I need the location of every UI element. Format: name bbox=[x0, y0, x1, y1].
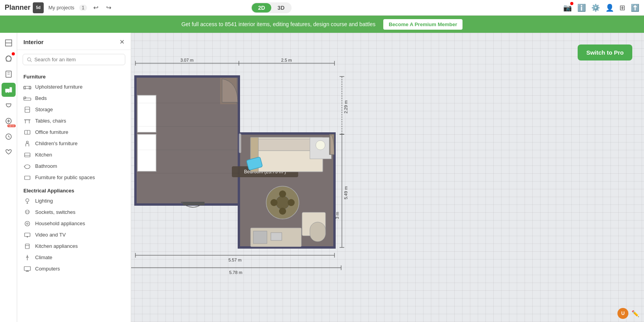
logo-icon: 5d bbox=[33, 2, 44, 13]
sidebar-icons: NEW bbox=[0, 33, 17, 322]
svg-point-103 bbox=[279, 190, 286, 197]
3d-view-button[interactable]: 3D bbox=[271, 3, 291, 12]
banner-text: Get full access to 8541 interior items, … bbox=[181, 21, 375, 27]
panel-header: Interior ✕ bbox=[17, 33, 131, 50]
category-lighting[interactable]: Lighting bbox=[17, 195, 131, 206]
svg-point-98 bbox=[316, 141, 325, 150]
become-premium-button[interactable]: Become A Premium Member bbox=[383, 19, 463, 30]
svg-text:3.07 m: 3.07 m bbox=[180, 58, 194, 62]
bathroom-icon bbox=[23, 164, 31, 169]
sidebar-item-new[interactable]: NEW bbox=[2, 114, 16, 128]
climate-icon bbox=[23, 255, 31, 260]
electrical-header: Electrical Appliances bbox=[17, 183, 131, 195]
svg-point-2 bbox=[6, 56, 11, 61]
panel-list: Furniture Upholstered furniture Beds Sto… bbox=[17, 69, 131, 322]
category-label: Sockets, switches bbox=[35, 209, 75, 215]
kitchen-icon bbox=[23, 152, 31, 158]
logo-name: Planner bbox=[5, 4, 30, 12]
my-projects-link[interactable]: My projects bbox=[48, 5, 74, 11]
svg-rect-87 bbox=[137, 95, 156, 132]
switch-to-pro-button[interactable]: Switch to Pro bbox=[578, 44, 632, 60]
category-children[interactable]: Children's furniture bbox=[17, 138, 131, 149]
storage-icon bbox=[23, 107, 31, 112]
socket-icon bbox=[23, 210, 31, 215]
svg-rect-108 bbox=[253, 231, 267, 244]
category-label: Furniture for public spaces bbox=[35, 174, 95, 180]
category-label: Beds bbox=[35, 95, 47, 101]
svg-rect-88 bbox=[137, 134, 156, 171]
kitchen-app-icon bbox=[23, 244, 31, 249]
category-household[interactable]: Household appliances bbox=[17, 218, 131, 229]
computer-icon bbox=[23, 266, 31, 272]
svg-text:5.57 m: 5.57 m bbox=[228, 258, 242, 262]
bed-icon bbox=[23, 96, 31, 101]
category-public[interactable]: Furniture for public spaces bbox=[17, 172, 131, 183]
camera-icon[interactable]: 📷 bbox=[563, 4, 572, 12]
svg-point-40 bbox=[25, 210, 29, 214]
svg-rect-7 bbox=[5, 89, 9, 91]
tv-icon bbox=[23, 232, 31, 238]
svg-rect-118 bbox=[183, 202, 205, 205]
svg-point-37 bbox=[26, 199, 29, 202]
svg-rect-19 bbox=[24, 86, 31, 89]
share-icon[interactable]: ⬆️ bbox=[631, 4, 639, 12]
panel-close-button[interactable]: ✕ bbox=[119, 38, 125, 46]
sidebar-item-thumb-down[interactable] bbox=[2, 98, 16, 112]
topbar-right: 📷 ℹ️ ⚙️ 👤 ⊞ ⬆️ Switch to Pro bbox=[563, 4, 639, 12]
floor-plan[interactable]: 3.07 m 2.5 m 5.28 m 2.29 m 5.49 m 3 m 5.… bbox=[115, 56, 380, 322]
svg-point-34 bbox=[25, 165, 30, 169]
category-computers[interactable]: Computers bbox=[17, 263, 131, 274]
svg-rect-112 bbox=[239, 133, 241, 153]
edit-icon[interactable]: ✏️ bbox=[632, 310, 639, 317]
category-beds[interactable]: Beds bbox=[17, 93, 131, 104]
sidebar-item-book[interactable] bbox=[2, 67, 16, 81]
app-logo: Planner 5d bbox=[5, 2, 44, 13]
svg-text:2.5 m: 2.5 m bbox=[281, 58, 292, 62]
appliance-icon bbox=[23, 221, 31, 226]
project-count-badge: 1 bbox=[79, 5, 87, 11]
svg-point-43 bbox=[25, 221, 30, 226]
category-kitchen-app[interactable]: Kitchen appliances bbox=[17, 240, 131, 252]
svg-point-104 bbox=[279, 208, 286, 215]
svg-rect-24 bbox=[25, 107, 30, 112]
category-label: Lighting bbox=[35, 198, 53, 204]
sidebar-item-floors[interactable] bbox=[2, 36, 16, 50]
info-icon[interactable]: ℹ️ bbox=[577, 4, 586, 12]
public-icon bbox=[23, 175, 31, 180]
sidebar-item-interior[interactable] bbox=[2, 83, 16, 97]
category-label: Office furniture bbox=[35, 129, 68, 135]
settings-icon[interactable]: ⚙️ bbox=[591, 4, 600, 12]
search-icon bbox=[27, 57, 32, 62]
lighting-icon bbox=[23, 198, 31, 204]
category-tables[interactable]: Tables, chairs bbox=[17, 115, 131, 126]
category-sockets[interactable]: Sockets, switches bbox=[17, 206, 131, 218]
category-kitchen[interactable]: Kitchen bbox=[17, 149, 131, 160]
children-icon bbox=[23, 141, 31, 146]
category-office[interactable]: Office furniture bbox=[17, 126, 131, 138]
search-box bbox=[23, 54, 125, 65]
redo-button[interactable]: ↪ bbox=[105, 2, 113, 13]
undo-button[interactable]: ↩ bbox=[92, 2, 100, 13]
sidebar-item-clock[interactable] bbox=[2, 130, 16, 144]
category-climate[interactable]: Climate bbox=[17, 252, 131, 263]
category-label: Upholstered furniture bbox=[35, 84, 82, 90]
category-label: Children's furniture bbox=[35, 141, 78, 146]
category-upholstered[interactable]: Upholstered furniture bbox=[17, 81, 131, 93]
user-icon[interactable]: 👤 bbox=[605, 4, 614, 12]
user-avatar[interactable]: U bbox=[617, 308, 628, 319]
svg-point-102 bbox=[288, 199, 295, 206]
category-tv[interactable]: Video and TV bbox=[17, 229, 131, 240]
category-storage[interactable]: Storage bbox=[17, 104, 131, 115]
search-input[interactable] bbox=[34, 57, 121, 62]
category-label: Kitchen bbox=[35, 152, 52, 158]
svg-text:2.29 m: 2.29 m bbox=[343, 100, 348, 114]
2d-view-button[interactable]: 2D bbox=[252, 3, 271, 12]
layout-icon[interactable]: ⊞ bbox=[619, 4, 625, 12]
sidebar-item-map[interactable] bbox=[2, 52, 16, 66]
category-label: Storage bbox=[35, 107, 53, 112]
sidebar-item-heart[interactable] bbox=[2, 145, 16, 159]
category-label: Bathroom bbox=[35, 163, 57, 169]
office-icon bbox=[23, 130, 31, 135]
category-bathroom[interactable]: Bathroom bbox=[17, 160, 131, 172]
svg-rect-21 bbox=[29, 86, 31, 89]
